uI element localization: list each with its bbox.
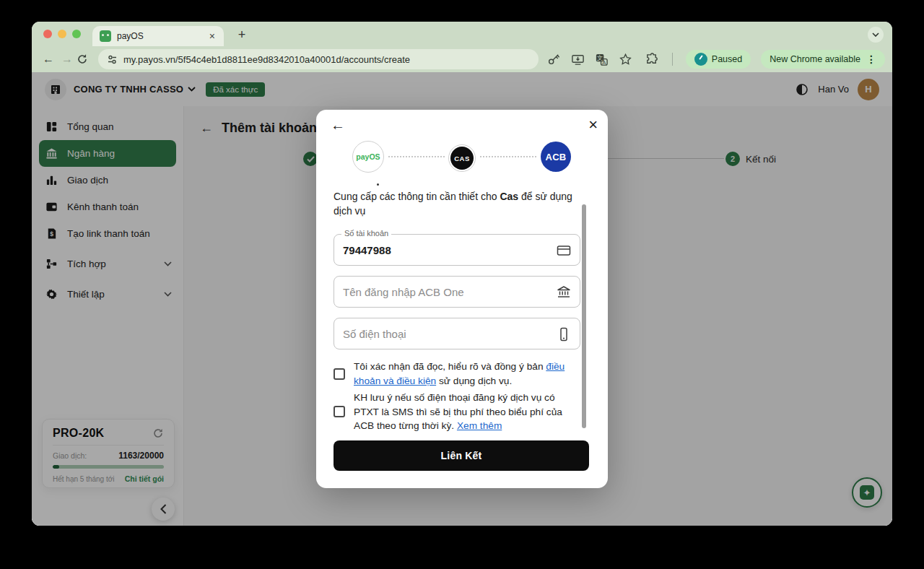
paused-status-icon bbox=[694, 53, 707, 66]
password-key-icon[interactable] bbox=[547, 53, 561, 66]
terms-checkbox[interactable] bbox=[334, 368, 345, 380]
url-text: my.payos.vn/5f54c4eb1d8811ee9d8342010a40… bbox=[123, 54, 410, 65]
tab-search-button[interactable] bbox=[868, 27, 884, 43]
svg-text:A: A bbox=[602, 58, 606, 65]
smartphone-icon bbox=[556, 326, 572, 342]
browser-tab[interactable]: payOS × bbox=[92, 26, 224, 46]
back-button[interactable]: ← bbox=[39, 53, 58, 66]
terms-checkbox-row: Tôi xác nhận đã đọc, hiểu rõ và đồng ý b… bbox=[334, 360, 580, 388]
extensions-puzzle-icon[interactable] bbox=[645, 53, 659, 66]
tab-strip: payOS × + bbox=[32, 22, 892, 46]
site-settings-icon bbox=[107, 54, 118, 65]
card-icon bbox=[556, 243, 572, 259]
new-tab-button[interactable]: + bbox=[232, 25, 251, 44]
phone-input[interactable] bbox=[343, 328, 551, 340]
reload-icon bbox=[77, 53, 88, 65]
tab-title: payOS bbox=[117, 31, 208, 41]
username-input[interactable] bbox=[343, 286, 551, 298]
install-app-icon[interactable] bbox=[571, 53, 585, 66]
scroll-dot bbox=[377, 183, 379, 186]
modal-form: Cung cấp các thông tin cần thiết cho Cas… bbox=[334, 189, 580, 436]
link-submit-button[interactable]: Liên Kết bbox=[334, 440, 589, 471]
url-bar[interactable]: my.payos.vn/5f54c4eb1d8811ee9d8342010a40… bbox=[98, 49, 539, 69]
paused-label: Paused bbox=[712, 54, 742, 64]
username-field[interactable] bbox=[334, 276, 580, 308]
paused-badge[interactable]: Paused bbox=[686, 50, 751, 69]
bookmark-star-icon[interactable] bbox=[619, 53, 632, 66]
payos-favicon-icon bbox=[100, 30, 111, 42]
chrome-update-button[interactable]: New Chrome available ⋮ bbox=[761, 50, 885, 69]
update-label: New Chrome available bbox=[770, 54, 860, 64]
payos-logo: payOS bbox=[352, 141, 384, 173]
sms-fee-checkbox[interactable] bbox=[334, 406, 345, 417]
account-number-input[interactable] bbox=[343, 244, 551, 256]
forward-button[interactable]: → bbox=[58, 53, 77, 66]
toolbar-divider bbox=[672, 53, 673, 66]
minimize-window-button[interactable] bbox=[58, 30, 66, 38]
cas-logo: CAS bbox=[448, 144, 476, 172]
account-number-field[interactable]: Số tài khoản bbox=[334, 234, 580, 266]
acb-logo: ACB bbox=[541, 142, 571, 172]
terms-text: Tôi xác nhận đã đọc, hiểu rõ và đồng ý b… bbox=[354, 360, 580, 388]
sms-fee-text: KH lưu ý nếu số điện thoại đăng ký dịch … bbox=[354, 391, 580, 433]
modal-scrollbar[interactable] bbox=[582, 204, 586, 428]
reload-button[interactable] bbox=[77, 53, 95, 65]
see-more-link[interactable]: Xem thêm bbox=[457, 420, 502, 431]
browser-toolbar: ← → my.payos.vn/5f54c4eb1d8811ee9d834201… bbox=[32, 46, 892, 72]
translate-icon[interactable]: 文A bbox=[595, 53, 609, 66]
dotted-connector bbox=[388, 156, 445, 157]
tab-close-icon[interactable]: × bbox=[208, 30, 217, 42]
close-window-button[interactable] bbox=[43, 30, 52, 38]
dotted-connector bbox=[480, 156, 536, 157]
chrome-menu-icon[interactable]: ⋮ bbox=[866, 53, 876, 65]
chevron-down-icon bbox=[872, 32, 879, 37]
account-number-label: Số tài khoản bbox=[341, 229, 391, 238]
maximize-window-button[interactable] bbox=[72, 30, 81, 38]
modal-close-button[interactable]: × bbox=[588, 116, 598, 134]
phone-field[interactable] bbox=[334, 318, 580, 349]
sms-fee-checkbox-row: KH lưu ý nếu số điện thoại đăng ký dịch … bbox=[334, 391, 580, 433]
modal-back-button[interactable]: ← bbox=[331, 117, 345, 134]
browser-window: payOS × + ← → my.payos.vn/5f54c4eb1d8811… bbox=[32, 22, 892, 526]
modal-description: Cung cấp các thông tin cần thiết cho Cas… bbox=[334, 189, 576, 218]
bank-icon bbox=[556, 284, 572, 300]
link-bank-modal: ← × payOS CAS ACB Cung cấp các thông tin… bbox=[316, 110, 608, 488]
